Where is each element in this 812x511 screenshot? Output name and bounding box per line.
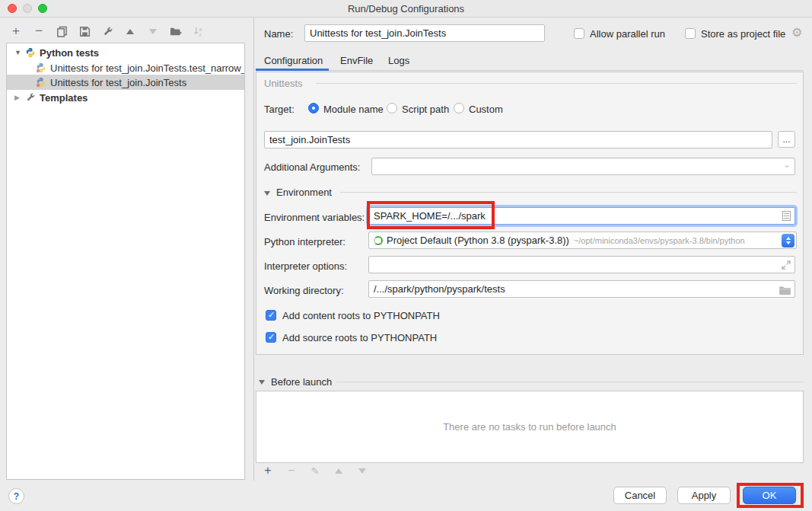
python-interpreter-value: Project Default (Python 3.8 (pyspark-3.8…: [387, 235, 569, 246]
conda-env-icon: [374, 236, 383, 245]
module-name-value: test_join.JoinTests: [269, 134, 350, 145]
copy-icon[interactable]: [55, 24, 68, 38]
before-launch-title: Before launch: [271, 376, 332, 388]
additional-arguments-label: Additional Arguments:: [264, 161, 360, 173]
environment-section-title: Environment: [276, 187, 332, 198]
tree-item-templates[interactable]: ▶ Templates: [7, 90, 245, 105]
task-move-down-icon[interactable]: [355, 464, 369, 477]
titlebar: Run/Debug Configurations: [0, 0, 812, 18]
tree-item-unittests-jointests[interactable]: Unittests for test_join.JoinTests: [7, 75, 245, 90]
store-as-project-file-label: Store as project file: [701, 28, 785, 40]
before-launch-separator: [336, 382, 804, 382]
svg-text:a: a: [199, 26, 202, 31]
before-launch-collapse-icon[interactable]: [259, 380, 265, 385]
python-interpreter-path: ~/opt/miniconda3/envs/pyspark-3.8/bin/py…: [574, 236, 745, 245]
folder-icon[interactable]: [779, 286, 791, 297]
python-test-icon: [36, 62, 46, 73]
before-launch-task-list[interactable]: There are no tasks to run before launch: [256, 391, 804, 463]
allow-parallel-run-label: Allow parallel run: [590, 28, 665, 40]
python-interpreter-select[interactable]: Project Default (Python 3.8 (pyspark-3.8…: [368, 232, 797, 249]
add-source-roots-label: Add source roots to PYTHONPATH: [282, 332, 437, 343]
tab-separator: [256, 70, 804, 71]
add-content-roots-checkbox[interactable]: [266, 310, 276, 321]
remove-task-icon[interactable]: −: [285, 464, 298, 477]
edit-variables-icon[interactable]: [782, 211, 791, 221]
tab-logs[interactable]: Logs: [388, 55, 409, 66]
save-icon[interactable]: [78, 24, 91, 38]
browse-button[interactable]: ...: [778, 131, 795, 148]
store-as-project-file-checkbox[interactable]: [685, 28, 696, 39]
radio-script-path[interactable]: [387, 103, 397, 113]
edit-templates-icon[interactable]: [100, 24, 114, 38]
panel-divider: [253, 17, 254, 481]
active-tab-underline: [256, 69, 329, 71]
add-content-roots-label: Add content roots to PYTHONPATH: [282, 310, 440, 321]
move-down-icon[interactable]: [146, 24, 160, 38]
environment-variables-label: Environment variables:: [264, 212, 365, 223]
radio-module-name-label: Module name: [323, 104, 384, 115]
radio-module-name[interactable]: [308, 103, 319, 113]
tree-item-label: Unittests for test_join.JoinTests: [50, 77, 186, 88]
before-launch-empty-message: There are no tasks to run before launch: [443, 421, 616, 433]
dropdown-stepper-icon[interactable]: [782, 234, 794, 248]
name-value: Unittests for test_join.JoinTests: [310, 27, 446, 39]
apply-button[interactable]: Apply: [677, 487, 731, 504]
sort-alphabetically-icon[interactable]: az: [192, 24, 205, 38]
name-input[interactable]: Unittests for test_join.JoinTests: [304, 24, 545, 42]
new-folder-icon[interactable]: [169, 24, 183, 38]
add-icon[interactable]: +: [9, 24, 23, 38]
additional-arguments-input[interactable]: ⌄: [371, 158, 795, 175]
configurations-toolbar: + − az: [9, 23, 205, 40]
help-label: ?: [14, 491, 19, 502]
radio-custom[interactable]: [454, 103, 464, 113]
ok-button[interactable]: OK: [743, 487, 796, 504]
interpreter-options-input[interactable]: [368, 256, 795, 273]
target-label: Target:: [264, 104, 295, 115]
tree-item-label: Templates: [40, 92, 88, 104]
configuration-panel: Unittests Target: Module name Script pat…: [256, 72, 804, 355]
tree-item-python-tests[interactable]: ▼ Python tests: [7, 45, 245, 60]
python-interpreter-label: Python interpreter:: [264, 236, 345, 248]
python-icon: [25, 47, 36, 58]
working-directory-value: /.../spark/python/pyspark/tests: [374, 283, 505, 295]
environment-separator: [340, 192, 797, 193]
allow-parallel-run-checkbox[interactable]: [574, 28, 584, 39]
wrench-icon: [25, 92, 36, 103]
group-separator: [316, 83, 797, 84]
environment-section-collapse-icon[interactable]: [264, 191, 270, 196]
chevron-expanded-icon[interactable]: ▼: [14, 49, 22, 56]
working-directory-input[interactable]: /.../spark/python/pyspark/tests: [368, 280, 795, 298]
radio-script-path-label: Script path: [402, 104, 449, 115]
edit-task-icon[interactable]: ✎: [308, 464, 322, 477]
add-task-icon[interactable]: +: [261, 464, 275, 477]
working-directory-label: Working directory:: [264, 285, 344, 296]
tree-item-label: Unittests for test_join.JoinTests.test_n…: [50, 62, 245, 74]
name-label: Name:: [264, 28, 293, 40]
tree-item-label: Python tests: [40, 47, 99, 59]
run-debug-configurations-dialog: Run/Debug Configurations + − az ▼ Pyth: [0, 0, 812, 511]
help-button[interactable]: ?: [8, 488, 24, 504]
tab-envfile[interactable]: EnvFile: [340, 55, 373, 66]
configurations-tree: ▼ Python tests Unittests for test_join.J…: [6, 43, 245, 480]
chevron-down-icon[interactable]: ⌄: [783, 159, 791, 170]
group-title: Unittests: [264, 78, 303, 89]
move-up-icon[interactable]: [123, 24, 137, 38]
add-source-roots-checkbox[interactable]: [266, 332, 276, 343]
radio-custom-label: Custom: [469, 104, 503, 115]
environment-variables-input[interactable]: SPARK_HOME=/.../spark: [368, 207, 795, 225]
python-test-icon: [36, 77, 46, 88]
gear-icon[interactable]: ⚙: [791, 25, 802, 40]
before-launch-toolbar: + − ✎: [261, 464, 369, 477]
window-title: Run/Debug Configurations: [0, 3, 812, 14]
tab-configuration[interactable]: Configuration: [264, 55, 323, 66]
cancel-button[interactable]: Cancel: [613, 487, 667, 504]
remove-icon[interactable]: −: [32, 24, 46, 38]
expand-field-icon[interactable]: [782, 260, 791, 272]
svg-text:z: z: [199, 32, 201, 37]
interpreter-options-label: Interpreter options:: [264, 260, 347, 272]
task-move-up-icon[interactable]: [332, 464, 345, 477]
chevron-collapsed-icon[interactable]: ▶: [14, 94, 22, 101]
tree-item-unittests-narrow[interactable]: Unittests for test_join.JoinTests.test_n…: [7, 60, 245, 75]
environment-variables-value: SPARK_HOME=/.../spark: [374, 210, 486, 222]
module-name-input[interactable]: test_join.JoinTests: [264, 131, 772, 149]
